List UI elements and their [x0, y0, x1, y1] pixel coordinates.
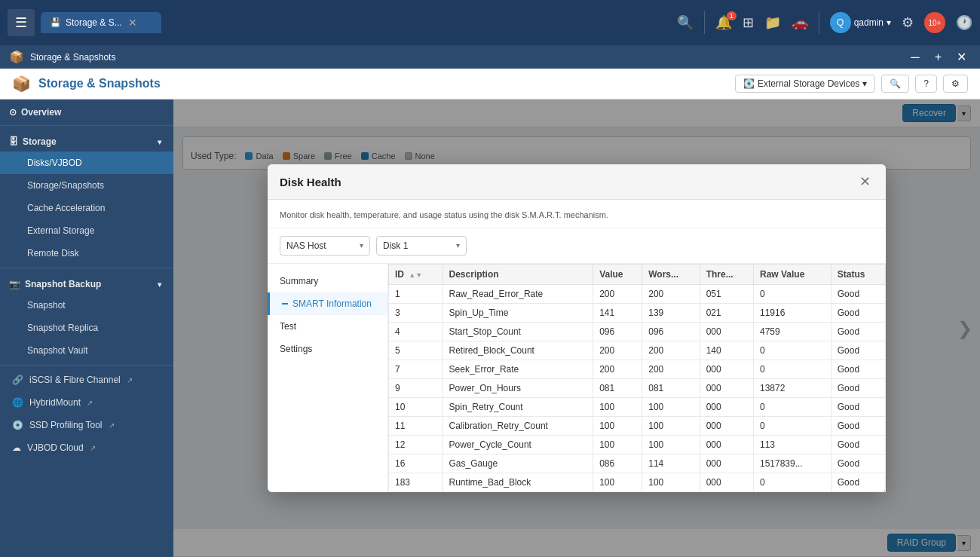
cell-threshold: 000	[700, 378, 753, 397]
sidebar-item-ssd[interactable]: 💿 SSD Profiling Tool ↗	[0, 414, 173, 436]
nav-test[interactable]: Test	[268, 315, 387, 338]
sidebar-section-storage[interactable]: 🗄 Storage ▾	[0, 129, 173, 151]
table-row: 9 Power_On_Hours 081 081 000 13872 Good	[389, 378, 886, 397]
sidebar-item-vjbod[interactable]: ☁ VJBOD Cloud ↗	[0, 436, 173, 459]
snapshot-label: Snapshot	[27, 300, 66, 311]
cell-worst: 081	[642, 378, 700, 397]
cache-label: Cache Acceleration	[27, 203, 105, 213]
cell-id: 5	[389, 341, 443, 360]
app-title: Storage & Snapshots	[38, 77, 161, 90]
modal-title: Disk Health	[280, 176, 341, 188]
cell-raw-value: 0	[753, 360, 831, 378]
window-maximize[interactable]: +	[930, 48, 946, 66]
disk-selector[interactable]: Disk 1 ▾	[376, 236, 467, 256]
help-btn[interactable]: ?	[915, 75, 937, 93]
snapshot-backup-label: Snapshot Backup	[25, 279, 101, 289]
clock-icon[interactable]: 🕐	[956, 14, 972, 31]
sidebar-item-disks[interactable]: Disks/VJBOD	[0, 151, 173, 174]
sidebar-item-snapshot[interactable]: Snapshot	[0, 294, 173, 317]
col-status[interactable]: Status	[831, 264, 885, 284]
cell-status: Good	[831, 341, 885, 360]
snapshot-vault-label: Snapshot Vault	[27, 345, 88, 356]
cell-value: 200	[593, 341, 642, 360]
counter-badge: 10+	[924, 12, 945, 33]
settings-header-btn[interactable]: ⚙	[943, 75, 968, 93]
modal-close-btn[interactable]: ✕	[856, 173, 874, 190]
table-row: 3 Spin_Up_Time 141 139 021 11916 Good	[389, 303, 886, 322]
tab-icon: 💾	[50, 17, 61, 28]
cell-threshold: 000	[700, 360, 753, 378]
cell-description: Runtime_Bad_Block	[443, 473, 593, 491]
storage-expand-icon: ▾	[158, 138, 161, 146]
sidebar-item-overview[interactable]: ⊙ Overview	[0, 99, 173, 122]
vjbod-ext-icon: ↗	[90, 444, 96, 452]
table-row: 183 Runtime_Bad_Block 100 100 000 0 Good	[389, 473, 886, 491]
col-value[interactable]: Value	[593, 264, 642, 284]
menu-button[interactable]: ☰	[8, 9, 35, 36]
cell-threshold: 140	[700, 341, 753, 360]
sidebar-divider-3	[0, 365, 173, 366]
sidebar-item-snapshot-replica[interactable]: Snapshot Replica	[0, 317, 173, 339]
nav-summary[interactable]: Summary	[268, 270, 387, 292]
external-storage-label: External Storage Devices	[758, 78, 859, 89]
cell-worst: 200	[642, 284, 700, 303]
smart-table-body: 1 Raw_Read_Error_Rate 200 200 051 0 Good…	[389, 284, 886, 491]
cell-raw-value: 0	[753, 397, 831, 416]
modal-header: Disk Health ✕	[268, 164, 886, 200]
external-storage-dropdown[interactable]: 💽 External Storage Devices ▾	[735, 75, 875, 93]
col-description[interactable]: Description	[443, 264, 593, 284]
sidebar-item-remote[interactable]: Remote Disk	[0, 242, 173, 265]
sidebar-item-hybridmount[interactable]: 🌐 HybridMount ↗	[0, 391, 173, 414]
cell-value: 096	[593, 322, 642, 341]
cell-id: 3	[389, 303, 443, 322]
nav-settings[interactable]: Settings	[268, 338, 387, 360]
user-menu[interactable]: Q qadmin ▾	[830, 12, 891, 33]
app-tab[interactable]: 💾 Storage & S... ✕	[41, 12, 161, 33]
sidebar-section-snapshot-backup[interactable]: 📷 Snapshot Backup ▾	[0, 271, 173, 294]
cell-description: Start_Stop_Count	[443, 322, 593, 341]
smart-table-head: ID ▲▼ Description Value Wors... Thre... …	[389, 264, 886, 284]
col-threshold[interactable]: Thre...	[700, 264, 753, 284]
settings-icon[interactable]: ⚙	[902, 14, 914, 31]
window-title: Storage & Snapshots	[30, 52, 115, 63]
tab-close-button[interactable]: ✕	[127, 17, 139, 29]
search-header-btn[interactable]: 🔍	[881, 75, 909, 93]
col-id[interactable]: ID ▲▼	[389, 264, 443, 284]
sidebar-item-external[interactable]: External Storage	[0, 219, 173, 242]
cell-value: 086	[593, 454, 642, 473]
col-worst[interactable]: Wors...	[642, 264, 700, 284]
cell-description: Power_Cycle_Count	[443, 435, 593, 454]
col-raw-value[interactable]: Raw Value	[753, 264, 831, 284]
hybrid-label: HybridMount	[29, 397, 81, 408]
nav-indicator	[282, 303, 288, 305]
sidebar-item-cache[interactable]: Cache Acceleration	[0, 197, 173, 219]
sidebar-item-iscsi[interactable]: 🔗 iSCSI & Fibre Channel ↗	[0, 369, 173, 391]
cell-id: 9	[389, 378, 443, 397]
window-close[interactable]: ✕	[952, 48, 971, 66]
sidebar-item-snapshot-vault[interactable]: Snapshot Vault	[0, 339, 173, 362]
nav-smart-info[interactable]: SMART Information	[268, 292, 387, 315]
window-minimize[interactable]: ─	[906, 48, 923, 66]
nas-host-arrow: ▾	[360, 241, 363, 249]
notification-icon[interactable]: 🔔 1	[715, 14, 732, 31]
snapshot-backup-icon: 📷	[9, 279, 20, 289]
files-icon[interactable]: 📁	[764, 14, 781, 31]
cell-status: Good	[831, 416, 885, 435]
table-row: 11 Calibration_Retry_Count 100 100 000 0…	[389, 416, 886, 435]
sidebar-item-storage-snapshots[interactable]: Storage/Snapshots	[0, 174, 173, 197]
tab-title: Storage & S...	[66, 17, 122, 28]
cell-value: 081	[593, 378, 642, 397]
external-label: External Storage	[27, 225, 94, 236]
search-icon[interactable]: 🔍	[677, 14, 694, 31]
cell-description: Raw_Read_Error_Rate	[443, 284, 593, 303]
nav-test-label: Test	[280, 321, 296, 332]
iscsi-icon: 🔗	[12, 375, 23, 385]
modal-nav-sidebar: Summary SMART Information Test Settings	[268, 264, 388, 492]
cell-description: Seek_Error_Rate	[443, 360, 593, 378]
cell-raw-value: 13872	[753, 378, 831, 397]
car-icon[interactable]: 🚗	[792, 14, 808, 31]
apps-icon[interactable]: ⊞	[743, 14, 754, 31]
cell-threshold: 000	[700, 454, 753, 473]
table-row: 5 Retired_Block_Count 200 200 140 0 Good	[389, 341, 886, 360]
nas-host-selector[interactable]: NAS Host ▾	[280, 236, 370, 256]
